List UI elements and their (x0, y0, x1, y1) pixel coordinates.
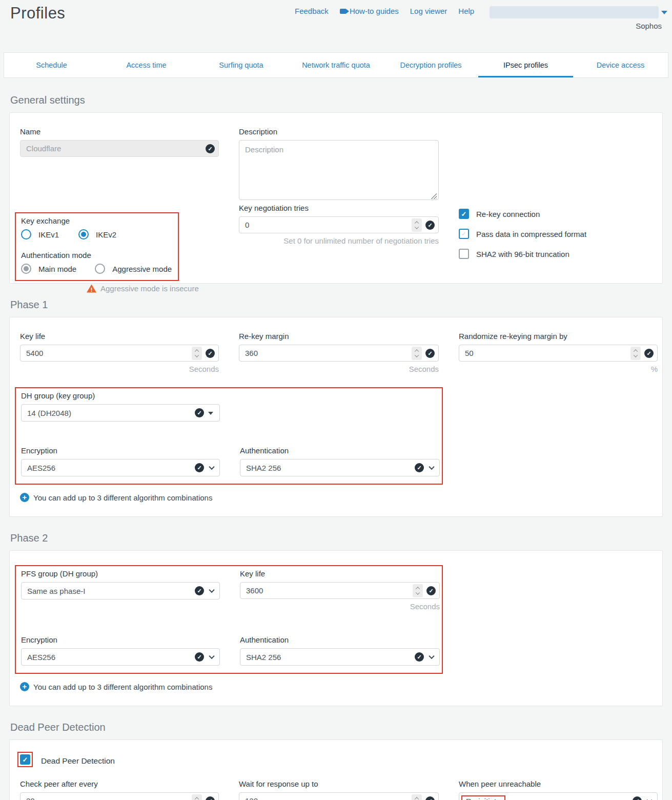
number-spinner[interactable] (192, 347, 202, 360)
chevron-down-icon (209, 464, 214, 470)
valid-check-icon (195, 408, 204, 417)
tab-network-traffic-quota[interactable]: Network traffic quota (289, 53, 383, 77)
valid-check-icon (425, 221, 435, 230)
phase2-algorithms-annotation-box: PFS group (DH group) Same as phase-I Key… (15, 565, 443, 674)
valid-check-icon (195, 463, 204, 472)
phase2-authentication-select[interactable]: SHA2 256 (240, 648, 440, 666)
aggressive-mode-radio-icon (95, 264, 105, 274)
phase1-authentication-group: Authentication SHA2 256 (240, 446, 440, 476)
description-textarea[interactable] (239, 140, 439, 200)
phase2-authentication-group: Authentication SHA2 256 (240, 635, 440, 666)
valid-check-icon (425, 349, 435, 358)
general-settings-heading: General settings (10, 94, 662, 106)
help-link[interactable]: Help (458, 7, 474, 15)
chevron-down-icon (429, 464, 434, 470)
reinitiate-annotation-box: Re-initiate (461, 795, 505, 800)
chevron-down-icon (209, 587, 214, 593)
phase1-encryption-select[interactable]: AES256 (21, 459, 220, 476)
dpd-peer-unreachable-group: When peer unreachable Re-initiate (459, 779, 658, 800)
phase1-dh-group-select[interactable]: 14 (DH2048) (21, 404, 220, 422)
name-input[interactable] (20, 140, 219, 157)
tab-schedule[interactable]: Schedule (4, 53, 99, 77)
phase2-pfs-group-select[interactable]: Same as phase-I (21, 582, 220, 599)
dpd-enable-checkbox-icon[interactable] (20, 754, 30, 765)
tab-surfing-quota[interactable]: Surfing quota (194, 53, 289, 77)
valid-check-icon (195, 586, 204, 595)
warning-triangle-icon (87, 285, 96, 293)
dpd-card: Dead Peer Detection Check peer after eve… (9, 739, 663, 800)
phase1-card: Key life Seconds Re-key margin Seconds (9, 317, 663, 517)
key-negotiation-helper: Set 0 for unlimited number of negotiatio… (239, 236, 439, 245)
options-checkbox-column: Re-key connection Pass data in compresse… (459, 204, 658, 269)
number-spinner[interactable] (192, 794, 202, 800)
key-negotiation-group: Key negotiation tries Set 0 for unlimite… (239, 204, 439, 269)
phase2-key-life-input[interactable] (240, 582, 440, 599)
main-mode-radio-icon (21, 264, 31, 274)
description-field-group: Description (239, 127, 439, 202)
number-spinner[interactable] (413, 584, 423, 597)
phase2-key-life-group: Key life Seconds (240, 569, 440, 611)
compressed-format-checkbox-icon (459, 229, 469, 239)
sha2-truncation-option[interactable]: SHA2 with 96-bit truncation (459, 249, 658, 259)
dpd-check-peer-group: Check peer after every Seconds (20, 779, 219, 800)
howto-guides-link[interactable]: How-to guides (340, 7, 399, 15)
phase1-authentication-select[interactable]: SHA2 256 (240, 459, 440, 476)
phase2-pfs-group: PFS group (DH group) Same as phase-I (21, 569, 220, 611)
tab-device-access[interactable]: Device access (573, 53, 668, 77)
phase1-key-life-group: Key life Seconds (20, 332, 219, 373)
chevron-down-icon (209, 653, 214, 659)
rekey-connection-checkbox-icon (459, 209, 469, 219)
phase2-encryption-select[interactable]: AES256 (21, 648, 220, 666)
key-negotiation-label: Key negotiation tries (239, 204, 439, 212)
account-selector[interactable] (490, 6, 659, 18)
number-spinner[interactable] (412, 218, 422, 232)
chevron-down-icon (429, 653, 434, 659)
valid-check-icon (633, 796, 642, 800)
number-spinner[interactable] (412, 794, 422, 800)
account-caret-icon[interactable] (661, 11, 667, 14)
name-field-group: Name (20, 127, 219, 202)
key-negotiation-input[interactable] (239, 216, 439, 233)
phase1-encryption-group: Encryption AES256 (21, 446, 220, 476)
phase2-card: PFS group (DH group) Same as phase-I Key… (9, 550, 663, 706)
valid-check-icon (206, 796, 215, 800)
phase2-heading: Phase 2 (10, 532, 662, 544)
dpd-checkbox-annotation-box (17, 752, 33, 767)
phase1-rekey-margin-input[interactable] (239, 345, 439, 362)
number-spinner[interactable] (412, 347, 422, 360)
feedback-link[interactable]: Feedback (295, 7, 329, 15)
phase1-heading: Phase 1 (10, 299, 662, 311)
dpd-check-peer-input[interactable] (20, 792, 219, 800)
dpd-enable-label: Dead Peer Detection (41, 756, 115, 766)
dpd-wait-response-input[interactable] (239, 792, 439, 800)
rekey-connection-option[interactable]: Re-key connection (459, 209, 658, 219)
phase1-key-life-input[interactable] (20, 345, 219, 362)
page-header: Profiles Feedback How-to guides Log view… (0, 0, 672, 52)
phase1-add-combination-note[interactable]: You can add up to 3 different algorithm … (20, 493, 652, 502)
dpd-peer-unreachable-select[interactable]: Re-initiate (459, 792, 658, 800)
tab-decryption-profiles[interactable]: Decryption profiles (383, 53, 478, 77)
aggressive-mode-warning: Aggressive mode is insecure (100, 284, 199, 293)
sha2-truncation-checkbox-icon (459, 249, 469, 259)
phase2-add-combination-note[interactable]: You can add up to 3 different algorithm … (20, 682, 652, 691)
valid-check-icon (195, 652, 204, 662)
phase1-randomize-group: Randomize re-keying margin by % (459, 332, 658, 373)
tab-access-time[interactable]: Access time (99, 53, 194, 77)
number-spinner[interactable] (630, 347, 641, 360)
valid-check-icon (206, 144, 215, 153)
valid-check-icon (644, 349, 654, 358)
phase1-randomize-input[interactable] (459, 345, 658, 362)
ikev2-radio-icon (78, 229, 89, 239)
description-label: Description (239, 127, 439, 136)
general-settings-card: Name Description Key exchange (9, 112, 663, 284)
valid-check-icon (206, 349, 215, 358)
dpd-wait-response-group: Wait for response up to Seconds (239, 779, 439, 800)
phase1-algorithms-annotation-box: DH group (key group) 14 (DH2048) Encrypt… (15, 387, 443, 485)
phase1-dh-group: DH group (key group) 14 (DH2048) (21, 391, 220, 422)
compressed-format-option[interactable]: Pass data in compressed format (459, 229, 658, 239)
page-title: Profiles (10, 4, 65, 23)
tab-ipsec-profiles[interactable]: IPsec profiles (478, 53, 573, 77)
log-viewer-link[interactable]: Log viewer (410, 7, 447, 15)
valid-check-icon (415, 652, 424, 662)
profile-tabs: Schedule Access time Surfing quota Netwo… (4, 52, 668, 78)
